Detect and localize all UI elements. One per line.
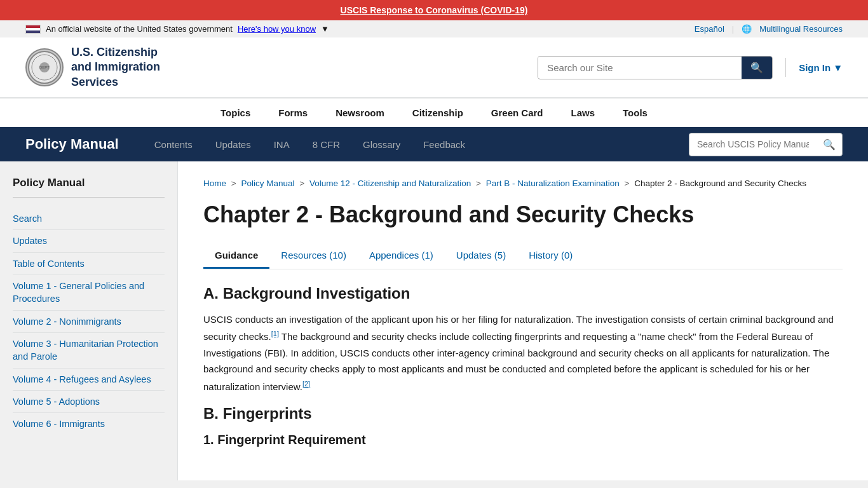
sidebar-item-toc: Table of Contents xyxy=(13,253,165,275)
sidebar-link-vol4[interactable]: Volume 4 - Refugees and Asylees xyxy=(13,369,165,391)
nav-greencard[interactable]: Green Card xyxy=(477,98,557,127)
sidebar-link-vol3[interactable]: Volume 3 - Humanitarian Protection and P… xyxy=(13,333,165,369)
main-layout: Policy Manual Search Updates Table of Co… xyxy=(0,161,868,480)
nav-newsroom[interactable]: Newsroom xyxy=(322,98,398,127)
sidebar-item-vol6: Volume 6 - Immigrants xyxy=(13,413,165,435)
sidebar-link-toc[interactable]: Table of Contents xyxy=(13,253,165,275)
policy-nav-links: Contents Updates INA 8 CFR Glossary Feed… xyxy=(143,129,477,160)
policy-nav-contents[interactable]: Contents xyxy=(143,129,204,160)
sidebar-item-updates: Updates xyxy=(13,230,165,252)
breadcrumb-partb[interactable]: Part B - Naturalization Examination xyxy=(486,179,620,188)
policy-manual-title: Policy Manual xyxy=(25,127,137,161)
search-icon: 🔍 xyxy=(750,62,763,73)
policy-nav-feedback[interactable]: Feedback xyxy=(412,129,477,160)
policy-search-input[interactable] xyxy=(689,134,817,154)
sidebar: Policy Manual Search Updates Table of Co… xyxy=(0,161,178,480)
logo-area: DEPT U.S. Citizenship and Immigration Se… xyxy=(25,45,160,90)
official-banner-left: An official website of the United States… xyxy=(25,24,329,34)
breadcrumb-policy-manual[interactable]: Policy Manual xyxy=(241,179,294,188)
policy-nav-8cfr[interactable]: 8 CFR xyxy=(301,129,351,160)
sidebar-item-search: Search xyxy=(13,208,165,230)
official-banner: An official website of the United States… xyxy=(0,20,868,37)
sidebar-link-updates[interactable]: Updates xyxy=(13,230,165,252)
header-right: 🔍 Sign In ▼ xyxy=(538,56,843,79)
policy-search-box: 🔍 xyxy=(689,133,843,156)
policy-nav-ina[interactable]: INA xyxy=(262,129,301,160)
policy-nav-glossary[interactable]: Glossary xyxy=(351,129,412,160)
page-title: Chapter 2 - Background and Security Chec… xyxy=(203,201,843,228)
sidebar-item-vol3: Volume 3 - Humanitarian Protection and P… xyxy=(13,333,165,369)
svg-text:DEPT: DEPT xyxy=(39,65,50,69)
nav-laws[interactable]: Laws xyxy=(557,98,609,127)
nav-tools[interactable]: Tools xyxy=(609,98,661,127)
breadcrumb-vol12[interactable]: Volume 12 - Citizenship and Naturalizati… xyxy=(309,179,471,188)
section-b-subheading: 1. Fingerprint Requirement xyxy=(203,433,843,447)
sidebar-link-vol5[interactable]: Volume 5 - Adoptions xyxy=(13,391,165,413)
sidebar-link-vol1[interactable]: Volume 1 - General Policies and Procedur… xyxy=(13,275,165,311)
search-input[interactable] xyxy=(538,57,742,78)
chevron-down-icon: ▼ xyxy=(833,62,843,73)
tab-guidance[interactable]: Guidance xyxy=(203,243,269,269)
policy-manual-nav: Policy Manual Contents Updates INA 8 CFR… xyxy=(0,127,868,161)
section-a-heading: A. Background Investigation xyxy=(203,285,843,302)
sign-in-label: Sign In xyxy=(799,62,831,73)
uscis-seal: DEPT xyxy=(25,48,64,86)
us-flag-icon xyxy=(25,25,41,34)
site-header: DEPT U.S. Citizenship and Immigration Se… xyxy=(0,37,868,98)
sidebar-title: Policy Manual xyxy=(13,177,165,198)
alert-bar: USCIS Response to Coronavirus (COVID-19) xyxy=(0,0,868,20)
official-text: An official website of the United States… xyxy=(46,24,233,34)
section-b-heading: B. Fingerprints xyxy=(203,405,843,423)
sidebar-link-search[interactable]: Search xyxy=(13,208,165,230)
footnote-2[interactable]: [2] xyxy=(302,380,310,388)
site-search-container: 🔍 xyxy=(538,56,773,79)
divider: | xyxy=(732,24,734,34)
section-a-body: USCIS conducts an investigation of the a… xyxy=(203,311,843,395)
sidebar-item-vol1: Volume 1 - General Policies and Procedur… xyxy=(13,275,165,311)
sidebar-link-vol2[interactable]: Volume 2 - Nonimmigrants xyxy=(13,311,165,333)
nav-forms[interactable]: Forms xyxy=(264,98,322,127)
how-you-know-link[interactable]: Here's how you know xyxy=(238,24,316,34)
logo-text: U.S. Citizenship and Immigration Service… xyxy=(71,45,160,90)
search-button[interactable]: 🔍 xyxy=(742,57,772,79)
tab-updates[interactable]: Updates (5) xyxy=(445,243,517,269)
sidebar-link-vol6[interactable]: Volume 6 - Immigrants xyxy=(13,413,165,435)
footnote-1[interactable]: [1] xyxy=(271,330,279,337)
sidebar-list: Search Updates Table of Contents Volume … xyxy=(13,208,165,435)
content-area: Home > Policy Manual > Volume 12 - Citiz… xyxy=(178,161,868,480)
sidebar-item-vol2: Volume 2 - Nonimmigrants xyxy=(13,311,165,333)
tab-resources[interactable]: Resources (10) xyxy=(269,243,358,269)
espanol-link[interactable]: Español xyxy=(695,24,724,34)
breadcrumb-current: Chapter 2 - Background and Security Chec… xyxy=(634,179,806,188)
policy-search-button[interactable]: 🔍 xyxy=(817,133,842,156)
tab-appendices[interactable]: Appendices (1) xyxy=(358,243,445,269)
official-banner-right: Español | 🌐 Multilingual Resources xyxy=(695,24,843,34)
search-icon: 🔍 xyxy=(823,139,836,150)
sidebar-item-vol4: Volume 4 - Refugees and Asylees xyxy=(13,369,165,391)
multilingual-link[interactable]: Multilingual Resources xyxy=(759,24,843,34)
main-nav: Topics Forms Newsroom Citizenship Green … xyxy=(0,98,868,127)
nav-topics[interactable]: Topics xyxy=(207,98,264,127)
breadcrumb: Home > Policy Manual > Volume 12 - Citiz… xyxy=(203,177,843,191)
sidebar-item-vol5: Volume 5 - Adoptions xyxy=(13,391,165,413)
nav-citizenship[interactable]: Citizenship xyxy=(398,98,477,127)
tab-history[interactable]: History (0) xyxy=(517,243,584,269)
breadcrumb-home[interactable]: Home xyxy=(203,179,226,188)
divider xyxy=(785,58,786,77)
alert-link[interactable]: USCIS Response to Coronavirus (COVID-19) xyxy=(341,5,528,15)
sign-in-button[interactable]: Sign In ▼ xyxy=(799,62,843,73)
content-tabs: Guidance Resources (10) Appendices (1) U… xyxy=(203,243,843,269)
globe-icon: 🌐 xyxy=(742,24,752,34)
chevron-down-icon: ▼ xyxy=(321,24,329,34)
policy-nav-updates[interactable]: Updates xyxy=(204,129,262,160)
